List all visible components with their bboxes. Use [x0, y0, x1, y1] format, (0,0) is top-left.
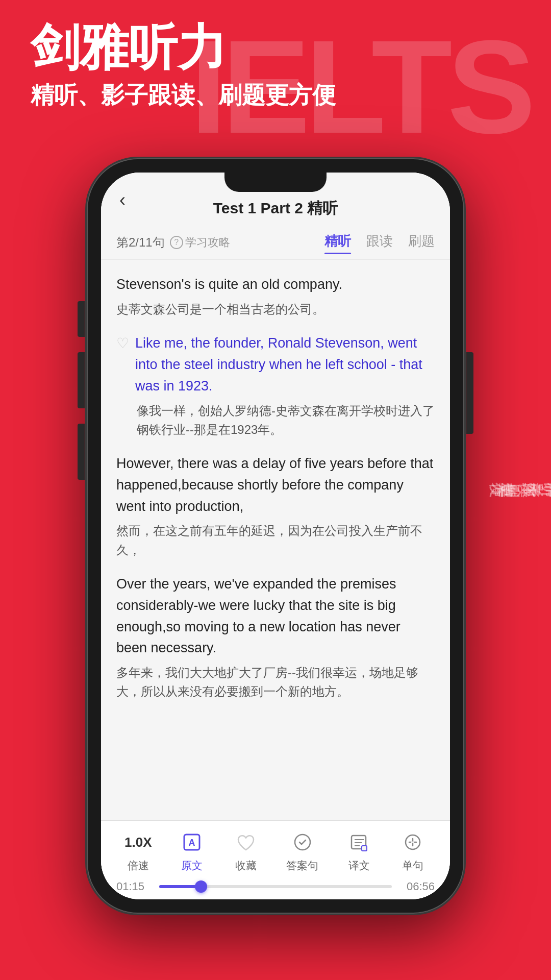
- paragraph-4-en: Over the years, we've expanded the premi…: [116, 574, 435, 659]
- phone-side-btn-power: [466, 352, 473, 434]
- study-help-label: 学习攻略: [185, 235, 230, 250]
- speed-label: 倍速: [128, 859, 149, 873]
- phone-side-btn-mute: [78, 301, 85, 337]
- progress-bar[interactable]: [159, 885, 392, 888]
- tab-shuati[interactable]: 刷题: [408, 232, 435, 252]
- back-button[interactable]: ‹: [114, 184, 131, 216]
- single-icon: [401, 830, 424, 854]
- progress-area: 01:15 06:56: [111, 880, 440, 893]
- paragraph-1: Stevenson's is quite an old company. 史蒂文…: [116, 274, 435, 318]
- hero-subtitle: 精听、影子跟读、刷题更方便: [31, 80, 336, 111]
- paragraph-2-en: Like me, the founder, Ronald Stevenson, …: [135, 333, 435, 397]
- collect-item[interactable]: 收藏: [233, 829, 259, 873]
- translate-item[interactable]: 译文: [346, 829, 372, 873]
- sentence-count: 第2/11句: [116, 234, 165, 251]
- paragraph-2-zh: 像我一样，创始人罗纳德-史蒂文森在离开学校时进入了钢铁行业--那是在1923年。: [137, 401, 435, 439]
- hero-header: 剑雅听力 精听、影子跟读、刷题更方便: [31, 20, 336, 111]
- tab-jingting[interactable]: 精听: [324, 232, 351, 252]
- phone-body: ‹ Test 1 Part 2 精听 第2/11句 ? 学习攻略 精听 跟读: [87, 158, 464, 914]
- phone-notch: [224, 173, 327, 192]
- translate-icon: [347, 830, 371, 854]
- answer-label: 答案句: [286, 859, 318, 873]
- heart-icon[interactable]: ♡: [116, 335, 129, 352]
- study-help-button[interactable]: ? 学习攻略: [170, 235, 230, 250]
- translate-icon-wrap: [346, 829, 372, 855]
- answer-item[interactable]: 答案句: [286, 829, 318, 873]
- progress-fill: [159, 885, 201, 888]
- phone-side-btn-vol-up: [78, 352, 85, 408]
- side-decoration-text: 精听 影子跟读 刷题更方便: [511, 480, 551, 500]
- hero-title: 剑雅听力: [31, 20, 336, 75]
- single-icon-wrap: [399, 829, 426, 855]
- current-time: 01:15: [116, 880, 152, 893]
- sub-nav-right: 精听 跟读 刷题: [324, 232, 435, 252]
- content-area: Stevenson's is quite an old company. 史蒂文…: [101, 260, 450, 820]
- collect-icon: [234, 830, 258, 854]
- svg-point-2: [295, 835, 310, 850]
- bottom-toolbar: 1.0X 倍速 A 原文: [101, 820, 450, 899]
- svg-text:A: A: [189, 838, 195, 848]
- toolbar-icons: 1.0X 倍速 A 原文: [111, 829, 440, 873]
- answer-icon-wrap: [289, 829, 316, 855]
- phone-screen: ‹ Test 1 Part 2 精听 第2/11句 ? 学习攻略 精听 跟读: [101, 173, 450, 899]
- progress-thumb[interactable]: [195, 880, 207, 893]
- speed-item[interactable]: 1.0X 倍速: [125, 829, 152, 873]
- tab-gendou[interactable]: 跟读: [366, 232, 393, 252]
- app-content: ‹ Test 1 Part 2 精听 第2/11句 ? 学习攻略 精听 跟读: [101, 173, 450, 899]
- sub-nav: 第2/11句 ? 学习攻略 精听 跟读 刷题: [101, 227, 450, 260]
- svg-rect-7: [362, 846, 367, 851]
- phone-mockup: ‹ Test 1 Part 2 精听 第2/11句 ? 学习攻略 精听 跟读: [87, 158, 464, 914]
- collect-label: 收藏: [235, 859, 257, 873]
- collect-icon-wrap: [233, 829, 259, 855]
- paragraph-3-en: However, there was a delay of five years…: [116, 453, 435, 518]
- single-label: 单句: [402, 859, 423, 873]
- paragraph-3-zh: 然而，在这之前有五年的延迟，因为在公司投入生产前不久，: [116, 521, 435, 559]
- paragraph-3: However, there was a delay of five years…: [116, 453, 435, 559]
- sub-nav-left: 第2/11句 ? 学习攻略: [116, 234, 324, 251]
- paragraph-1-en: Stevenson's is quite an old company.: [116, 274, 435, 296]
- original-item[interactable]: A 原文: [179, 829, 205, 873]
- paragraph-2-highlighted: ♡ Like me, the founder, Ronald Stevenson…: [116, 333, 435, 439]
- translate-label: 译文: [348, 859, 370, 873]
- original-icon: A: [180, 830, 204, 854]
- answer-icon: [291, 830, 314, 854]
- original-icon-wrap: A: [179, 829, 205, 855]
- paragraph-4: Over the years, we've expanded the premi…: [116, 574, 435, 701]
- speed-icon-wrap: 1.0X: [125, 829, 152, 855]
- single-item[interactable]: 单句: [399, 829, 426, 873]
- help-circle-icon: ?: [170, 236, 183, 249]
- page-title: Test 1 Part 2 精听: [213, 198, 338, 219]
- speed-value: 1.0X: [124, 835, 152, 850]
- paragraph-1-zh: 史蒂文森公司是一个相当古老的公司。: [116, 300, 435, 318]
- phone-side-btn-vol-down: [78, 424, 85, 480]
- total-time: 06:56: [399, 880, 435, 893]
- original-label: 原文: [181, 859, 203, 873]
- paragraph-4-zh: 多年来，我们大大地扩大了厂房--我们很幸运，场地足够大，所以从来没有必要搬到一个…: [116, 663, 435, 701]
